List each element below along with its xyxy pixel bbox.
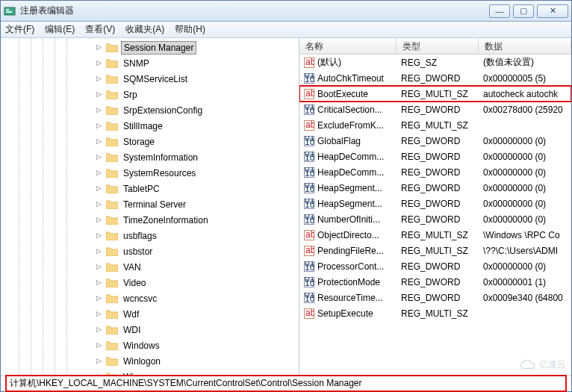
value-data: \??\C:\Users\ADMI [479,246,571,256]
expand-icon[interactable]: ▷ [95,279,103,287]
tree-item-label: wcncsvc [121,293,159,305]
values-list[interactable]: ab(默认)REG_SZ(数值未设置)011100AutoChkTimeoutR… [299,55,571,375]
value-data: 0x00000000 (0) [479,152,571,162]
expand-icon[interactable]: ▷ [95,137,103,146]
tree-item[interactable]: ▷wcncsvc [14,290,299,306]
tree-item[interactable]: ▷TabletPC [14,181,299,196]
tree-item[interactable]: ▷usbflags [14,228,299,243]
value-type: REG_MULTI_SZ [397,120,479,131]
minimize-button[interactable]: — [489,4,510,18]
expand-icon[interactable]: ▷ [95,184,103,193]
expand-icon[interactable]: ▷ [95,263,103,271]
tree-item[interactable]: ▷Windows [14,337,299,353]
expand-icon[interactable]: ▷ [95,310,103,318]
menu-file[interactable]: 文件(F) [5,23,34,36]
value-type: REG_DWORD [397,136,479,146]
expand-icon[interactable]: ▷ [95,59,103,67]
tree-item[interactable]: ▷Session Manager [14,40,299,55]
value-row[interactable]: 011100ResourceTime...REG_DWORD0x0009e340… [299,290,571,305]
tree-item[interactable]: ▷Winlogon [14,353,299,369]
expand-icon[interactable]: ▷ [95,247,103,255]
value-data: 0x00278d00 (25920 [479,105,571,115]
svg-text:100: 100 [305,152,314,162]
tree-item[interactable]: ▷SrpExtensionConfig [14,102,299,118]
value-row[interactable]: abExcludeFromK...REG_MULTI_SZ [299,117,571,133]
value-row[interactable]: 011100ProtectionModeREG_DWORD0x00000001 … [299,274,571,290]
menu-favorites[interactable]: 收藏夹(A) [125,23,164,36]
expand-icon[interactable]: ▷ [95,200,103,208]
value-row[interactable]: 011100HeapSegment...REG_DWORD0x00000000 … [299,196,571,211]
tree-item-label: usbflags [121,230,159,242]
value-row[interactable]: abObjectDirecto...REG_MULTI_SZ\Windows \… [299,227,571,243]
value-name-cell: 011100HeapDeComm... [299,167,397,178]
value-type: REG_DWORD [397,183,479,193]
tree-item[interactable]: ▷Terminal Server [14,196,299,212]
value-data: 0x00000000 (0) [479,261,571,272]
expand-icon[interactable]: ▷ [95,153,103,161]
expand-icon[interactable]: ▷ [95,43,103,52]
value-row[interactable]: 011100GlobalFlagREG_DWORD0x00000000 (0) [299,133,571,149]
value-row[interactable]: ab(默认)REG_SZ(数值未设置) [299,55,571,70]
tree-item[interactable]: ▷SQMServiceList [14,71,299,87]
column-header-type[interactable]: 类型 [397,38,479,54]
value-row[interactable]: 011100ProcessorCont...REG_DWORD0x0000000… [299,258,571,274]
expand-icon[interactable]: ▷ [95,341,103,349]
value-row[interactable]: 011100HeapSegment...REG_DWORD0x00000000 … [299,180,571,196]
tree-item-label: Video [121,277,148,289]
svg-text:ab: ab [305,57,314,67]
tree-item-label: Srp [121,89,140,101]
tree-item[interactable]: ▷WDI [14,322,299,337]
expand-icon[interactable]: ▷ [95,90,103,99]
menu-edit[interactable]: 编辑(E) [45,23,75,36]
close-button[interactable]: ✕ [537,4,568,18]
tree-item[interactable]: ▷Winresume [14,369,299,375]
column-header-data[interactable]: 数据 [479,38,571,54]
value-name: PendingFileRe... [317,246,384,256]
svg-text:100: 100 [305,74,314,84]
value-name: AutoChkTimeout [317,73,384,84]
column-header-name[interactable]: 名称 [299,38,397,54]
tree-item[interactable]: ▷usbstor [14,243,299,259]
tree-item[interactable]: ▷VAN [14,259,299,275]
expand-icon[interactable]: ▷ [95,326,103,334]
titlebar[interactable]: 注册表编辑器 — ▢ ✕ [1,1,571,22]
value-name-cell: 011100NumberOfIniti... [299,214,397,225]
maximize-button[interactable]: ▢ [513,4,534,18]
expand-icon[interactable]: ▷ [95,373,103,375]
value-data: 0x0009e340 (64800 [479,293,571,303]
tree-item-label: Storage [121,136,157,148]
tree-item-label: SystemResources [121,167,198,179]
tree-item[interactable]: ▷TimeZoneInformation [14,212,299,228]
expand-icon[interactable]: ▷ [95,106,103,114]
expand-icon[interactable]: ▷ [95,357,103,365]
tree-item[interactable]: ▷StillImage [14,118,299,134]
value-row[interactable]: abBootExecuteREG_MULTI_SZautocheck autoc… [299,86,571,102]
menu-view[interactable]: 查看(V) [85,23,115,36]
tree-item[interactable]: ▷Storage [14,134,299,149]
value-data: (数值未设置) [479,56,571,69]
value-name-cell: ab(默认) [299,56,397,69]
expand-icon[interactable]: ▷ [95,169,103,177]
value-row[interactable]: abPendingFileRe...REG_MULTI_SZ\??\C:\Use… [299,243,571,258]
tree-item[interactable]: ▷SystemInformation [14,149,299,165]
expand-icon[interactable]: ▷ [95,122,103,130]
value-row[interactable]: 011100HeapDeComm...REG_DWORD0x00000000 (… [299,164,571,180]
menu-help[interactable]: 帮助(H) [175,23,205,36]
tree-item[interactable]: ▷Video [14,275,299,290]
tree-pane[interactable]: ▷Session Manager▷SNMP▷SQMServiceList▷Srp… [1,38,299,375]
value-row[interactable]: 011100CriticalSection...REG_DWORD0x00278… [299,102,571,117]
tree-item[interactable]: ▷Srp [14,87,299,102]
expand-icon[interactable]: ▷ [95,75,103,83]
tree-item[interactable]: ▷Wdf [14,306,299,322]
expand-icon[interactable]: ▷ [95,231,103,240]
tree-item[interactable]: ▷SNMP [14,55,299,71]
value-name-cell: 011100ProcessorCont... [299,261,397,272]
value-row[interactable]: 011100NumberOfIniti...REG_DWORD0x0000000… [299,211,571,227]
tree-item[interactable]: ▷SystemResources [14,165,299,181]
value-row[interactable]: 011100AutoChkTimeoutREG_DWORD0x00000005 … [299,70,571,86]
value-row[interactable]: 011100HeapDeComm...REG_DWORD0x00000000 (… [299,149,571,164]
value-type: REG_DWORD [397,293,479,303]
expand-icon[interactable]: ▷ [95,216,103,224]
value-row[interactable]: abSetupExecuteREG_MULTI_SZ [299,305,571,321]
expand-icon[interactable]: ▷ [95,294,103,302]
